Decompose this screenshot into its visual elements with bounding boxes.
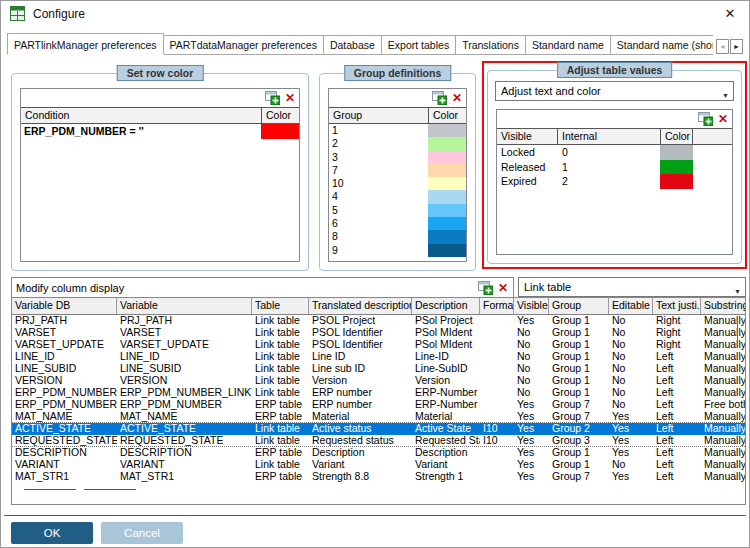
- color-swatch[interactable]: [660, 145, 693, 160]
- tab-standard-name[interactable]: Standard name: [526, 35, 611, 55]
- table-row[interactable]: ERP_PDM_NUMBERERP_PDM_NUMBERERP tableERP…: [12, 399, 745, 411]
- color-swatch[interactable]: [428, 204, 466, 217]
- table-row[interactable]: VARSETVARSETLink tablePSOL IdentifierPSo…: [12, 327, 745, 339]
- column-header-variable[interactable]: Variable: [117, 298, 252, 314]
- delete-column-icon[interactable]: ✕: [498, 282, 508, 294]
- column-header-text-justi[interactable]: Text justi...: [653, 298, 701, 314]
- cell-visible: No: [514, 351, 549, 363]
- delete-group-icon[interactable]: ✕: [452, 92, 462, 104]
- add-group-icon[interactable]: [432, 91, 447, 105]
- adjust-mode-dropdown[interactable]: Adjust text and color ▼: [495, 81, 734, 101]
- group-definition-row[interactable]: 4: [329, 190, 466, 203]
- group-definition-row[interactable]: 3: [329, 151, 466, 164]
- group-definition-row[interactable]: 7: [329, 164, 466, 177]
- table-value-row[interactable]: Locked0: [497, 145, 732, 160]
- table-row[interactable]: REQUESTED_STATEREQUESTED_STATELink table…: [12, 435, 745, 447]
- group-definitions-header: Group Color: [329, 107, 466, 124]
- color-swatch[interactable]: [261, 124, 299, 139]
- color-swatch[interactable]: [428, 230, 466, 243]
- cell-translated-description: Active status: [309, 423, 412, 435]
- cell-table: ERP table: [252, 447, 309, 459]
- cell-translated-description: PSOL Project: [309, 315, 412, 327]
- configure-dialog: { "window": { "title": "Configure", "clo…: [0, 0, 750, 548]
- tab-partlinkmanager-preferences[interactable]: PARTlinkManager preferences: [7, 33, 164, 55]
- table-row[interactable]: VERSIONVERSIONLink tableVersionVersionNo…: [12, 375, 745, 387]
- column-header-translated-description[interactable]: Translated description: [309, 298, 412, 314]
- color-swatch[interactable]: [428, 137, 466, 150]
- add-value-icon[interactable]: [698, 112, 713, 126]
- table-row[interactable]: ACTIVE_STATEACTIVE_STATELink tableActive…: [12, 423, 745, 435]
- group-definition-row[interactable]: 10: [329, 177, 466, 190]
- group-definition-row[interactable]: 5: [329, 204, 466, 217]
- cell-variable-db: ERP_PDM_NUMBER: [12, 387, 117, 399]
- vertical-scrollbar-thumb[interactable]: [737, 319, 738, 343]
- table-row[interactable]: PRJ_PATHPRJ_PATHLink tablePSOL ProjectPS…: [12, 315, 745, 327]
- cell-group: Group 1: [549, 459, 609, 471]
- table-value-row[interactable]: Released1: [497, 160, 732, 175]
- table-row[interactable]: VARSET_UPDATEVARSET_UPDATELink tablePSOL…: [12, 339, 745, 351]
- cell-visible: No: [514, 387, 549, 399]
- column-header-description[interactable]: Description: [412, 298, 480, 314]
- table-value-row[interactable]: Expired2: [497, 174, 732, 189]
- color-swatch[interactable]: [428, 164, 466, 177]
- color-swatch[interactable]: [428, 151, 466, 164]
- window-title: Configure: [33, 7, 85, 21]
- tab-standard-name-short[interactable]: Standard name (short): [611, 35, 713, 55]
- column-header-table[interactable]: Table: [252, 298, 309, 314]
- cell-variable-db: ERP_PDM_NUMBER: [12, 399, 117, 411]
- group-definition-row[interactable]: 6: [329, 217, 466, 230]
- table-row[interactable]: MAT_NAMEMAT_NAMEERP tableMaterialMateria…: [12, 411, 745, 423]
- cell-variable-db: ACTIVE_STATE: [12, 423, 117, 435]
- cell-visible: Yes: [514, 447, 549, 459]
- tab-export-tables[interactable]: Export tables: [382, 35, 456, 55]
- cell-group: Group 7: [549, 411, 609, 422]
- color-swatch[interactable]: [428, 124, 466, 137]
- ok-button[interactable]: OK: [11, 522, 93, 544]
- group-definition-row[interactable]: 9: [329, 244, 466, 257]
- add-row-icon[interactable]: [265, 91, 280, 105]
- color-swatch[interactable]: [428, 217, 466, 230]
- close-icon[interactable]: ✕: [721, 5, 739, 23]
- column-header-group[interactable]: Group: [549, 298, 609, 314]
- tab-scroll-left-icon[interactable]: ◄: [716, 39, 729, 54]
- tab-partdatamanager-preferences[interactable]: PARTdataManager preferences: [164, 35, 324, 55]
- table-row[interactable]: LINE_IDLINE_IDLink tableLine IDLine-IDNo…: [12, 351, 745, 363]
- color-swatch[interactable]: [660, 160, 693, 175]
- column-header-substring[interactable]: Substring: [701, 298, 746, 314]
- table-select-dropdown[interactable]: Link table ▼: [518, 277, 746, 297]
- row-color-rule-row[interactable]: ERP_PDM_NUMBER = '': [21, 124, 299, 139]
- delete-row-icon[interactable]: ✕: [285, 92, 295, 104]
- column-header-visible[interactable]: Visible: [514, 298, 549, 314]
- column-header-variable-db[interactable]: Variable DB: [12, 298, 117, 314]
- table-row[interactable]: LINE_SUBIDLINE_SUBIDLink tableLine sub I…: [12, 363, 745, 375]
- cell-substring: Manually: [701, 327, 746, 339]
- group-definition-row[interactable]: 1: [329, 124, 466, 137]
- chevron-down-icon: ▼: [734, 283, 741, 297]
- column-header-format[interactable]: Format: [480, 298, 514, 314]
- table-row[interactable]: MAT_STR1MAT_STR1ERP tableStrength 8.8Str…: [12, 471, 745, 483]
- cell-description: PSol MIdent: [412, 339, 480, 351]
- delete-value-icon[interactable]: ✕: [718, 113, 728, 125]
- color-swatch[interactable]: [428, 190, 466, 203]
- cell-editable: Yes: [609, 435, 653, 446]
- color-swatch[interactable]: [428, 177, 466, 190]
- color-swatch[interactable]: [428, 244, 466, 257]
- horizontal-scroll-grip-1[interactable]: [24, 489, 76, 491]
- cell-description: Active State: [412, 423, 480, 435]
- table-row[interactable]: ERP_PDM_NUMBERERP_PDM_NUMBER_LINKTABLELi…: [12, 387, 745, 399]
- color-swatch[interactable]: [660, 174, 693, 189]
- cell-description: Requested State: [412, 435, 480, 446]
- tab-database[interactable]: Database: [324, 35, 382, 55]
- tab-translations[interactable]: Translations: [456, 35, 526, 55]
- column-header-editable[interactable]: Editable: [609, 298, 653, 314]
- table-row[interactable]: VARIANTVARIANTLink tableVariantVariantYe…: [12, 459, 745, 471]
- horizontal-scroll-grip-2[interactable]: [84, 489, 136, 491]
- table-row[interactable]: DESCRIPTIONDESCRIPTIONERP tableDescripti…: [12, 447, 745, 459]
- group-definition-row[interactable]: 2: [329, 137, 466, 150]
- cell-translated-description: ERP number: [309, 399, 412, 411]
- column-header-condition: Condition: [21, 108, 261, 123]
- tab-scroll-right-icon[interactable]: ►: [730, 39, 743, 54]
- cancel-button[interactable]: Cancel: [101, 522, 183, 544]
- group-definition-row[interactable]: 8: [329, 230, 466, 243]
- add-column-icon[interactable]: [478, 281, 493, 295]
